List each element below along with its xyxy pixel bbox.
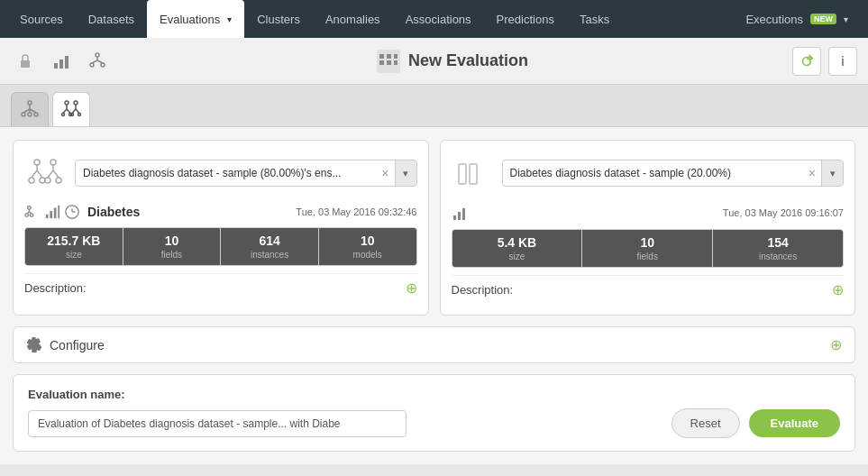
form-buttons: Reset Evaluate [672,408,840,438]
svg-line-22 [23,109,30,113]
svg-rect-15 [394,54,397,59]
executions-dropdown-arrow: ▾ [844,14,848,24]
toolbar: New Evaluation i [0,38,868,85]
svg-rect-62 [459,164,466,184]
svg-point-6 [101,63,105,67]
chart-icon[interactable] [47,47,76,76]
right-select-clear[interactable]: × [803,166,821,180]
bottom-form: Evaluation name: Reset Evaluate [13,374,855,452]
svg-point-51 [30,214,33,217]
main-content: Diabetes diagnosis dataset - sample (80.… [0,127,868,464]
svg-line-23 [30,109,36,113]
evaluation-name-input[interactable] [28,410,407,437]
svg-line-36 [76,109,79,114]
svg-rect-58 [58,206,59,218]
nav-clusters[interactable]: Clusters [244,0,313,38]
form-row: Reset Evaluate [28,408,840,438]
right-model-select[interactable]: Diabetes diagnosis dataset - sample (20.… [502,160,845,187]
svg-rect-2 [59,60,63,69]
panel-row: Diabetes diagnosis dataset - sample (80.… [13,140,855,316]
nav-anomalies[interactable]: Anomalies [313,0,393,38]
left-stats: 215.7 KB size 10 fields 614 instances 10… [24,227,417,266]
svg-point-39 [29,178,34,183]
svg-point-37 [34,160,40,165]
svg-rect-0 [21,60,30,68]
svg-point-41 [45,178,50,183]
nav-bar: Sources Datasets Evaluations ▾ Clusters … [0,0,868,38]
tab-forest[interactable] [52,92,90,126]
svg-point-38 [50,160,56,165]
svg-line-47 [48,170,53,178]
svg-point-40 [40,178,45,183]
svg-point-30 [78,113,81,115]
tab-row [0,85,868,127]
svg-rect-12 [387,60,391,65]
left-select-arrow[interactable]: ▾ [395,160,416,186]
nav-sources[interactable]: Sources [7,0,76,38]
nav-tasks[interactable]: Tasks [567,0,622,38]
left-panel: Diabetes diagnosis dataset - sample (80.… [13,140,429,316]
svg-point-27 [62,113,65,115]
form-label: Evaluation name: [28,388,840,401]
svg-rect-1 [54,63,58,69]
svg-line-33 [67,109,70,114]
right-info-icons [452,204,470,222]
left-name: Diabetes [87,205,140,219]
evaluate-button[interactable]: Evaluate [749,409,840,437]
svg-rect-55 [46,215,49,219]
left-date: Tue, 03 May 2016 09:32:46 [296,206,416,217]
right-stats: 5.4 KB size 10 fields 154 instances [452,229,845,268]
tab-tree[interactable] [11,92,49,126]
right-stat-fields: 10 fields [582,230,712,267]
right-date: Tue, 03 May 2016 09:16:07 [723,207,844,218]
nav-datasets[interactable]: Datasets [76,0,147,38]
right-description[interactable]: Description: ⊕ [452,275,845,304]
svg-rect-16 [394,60,397,65]
svg-rect-64 [453,215,456,220]
svg-rect-57 [54,208,57,219]
svg-line-53 [27,212,30,214]
svg-rect-3 [65,56,69,69]
left-select-clear[interactable]: × [376,166,394,180]
svg-rect-66 [462,208,465,220]
info-button[interactable]: i [828,47,857,76]
svg-line-35 [72,109,76,114]
left-description[interactable]: Description: ⊕ [24,273,417,302]
svg-rect-14 [387,54,391,59]
nav-right: Executions NEW ▾ [733,0,861,38]
right-info-row: Tue, 03 May 2016 09:16:07 [452,204,845,222]
page-title: New Evaluation [119,49,785,74]
right-panel: Diabetes diagnosis dataset - sample (20.… [440,140,856,316]
configure-bar[interactable]: Configure ⊕ [13,326,855,363]
reset-button[interactable]: Reset [672,408,740,438]
right-select-arrow[interactable]: ▾ [821,160,843,186]
right-panel-icon [452,151,495,195]
svg-rect-13 [379,54,384,59]
svg-point-17 [28,101,32,105]
svg-point-42 [56,178,61,183]
svg-rect-63 [470,164,477,184]
left-model-select[interactable]: Diabetes diagnosis dataset - sample (80.… [75,160,417,187]
left-select-row: Diabetes diagnosis dataset - sample (80.… [24,151,417,195]
left-info-icons [24,204,80,220]
svg-point-5 [90,63,94,67]
nav-executions[interactable]: Executions NEW ▾ [733,0,861,38]
configure-arrow: ⊕ [830,336,842,353]
left-stat-fields: 10 fields [123,228,221,265]
nav-predictions[interactable]: Predictions [484,0,567,38]
nav-associations[interactable]: Associations [393,0,484,38]
refresh-button[interactable] [792,47,821,76]
left-stat-size: 215.7 KB size [25,228,123,265]
svg-rect-65 [458,212,461,220]
tree-icon[interactable] [83,47,112,76]
svg-rect-11 [379,60,384,65]
toolbar-right: i [792,47,857,76]
svg-line-8 [92,60,97,63]
nav-evaluations[interactable]: Evaluations ▾ [147,0,244,38]
lock-icon[interactable] [11,47,40,76]
left-info-row: Diabetes Tue, 03 May 2016 09:32:46 [24,204,417,220]
left-panel-icon [24,151,68,195]
svg-line-54 [29,212,32,214]
left-stat-instances: 614 instances [221,228,318,265]
configure-left: Configure [26,337,105,353]
